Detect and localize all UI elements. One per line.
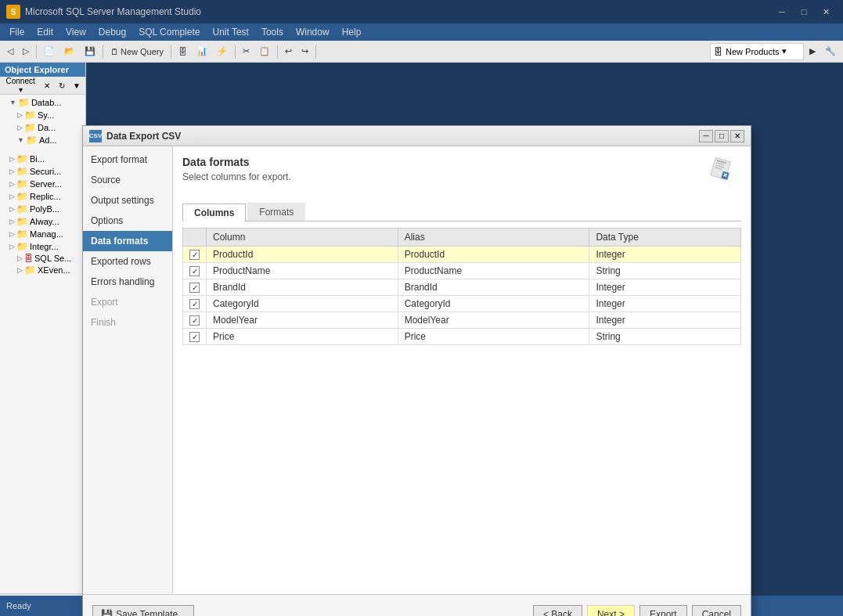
toolbar-forward-btn[interactable]: ▷ [19,43,33,60]
close-button[interactable]: ✕ [815,4,837,20]
oe-connect-btn[interactable]: Connect ▾ [2,78,39,92]
menu-edit[interactable]: Edit [31,25,59,39]
wizard-nav-errors-handling[interactable]: Errors handling [83,272,172,292]
toolbar-redo-btn[interactable]: ↪ [297,43,312,60]
dropdown-arrow-icon: ▾ [782,46,787,56]
row-checkbox-cell[interactable] [183,279,207,296]
table-row[interactable]: Price Price String [183,329,741,345]
oe-item-ad[interactable]: ▼ 📁 Ad... [2,134,84,146]
row-checkbox-cell[interactable] [183,247,207,263]
menu-debug[interactable]: Debug [92,25,132,39]
row-checkbox[interactable] [189,299,200,309]
row-checkbox-cell[interactable] [183,263,207,279]
row-checkbox[interactable] [189,315,200,326]
wizard-nav-source[interactable]: Source [83,170,172,190]
oe-item-bi[interactable]: ▷ 📁 Bi... [2,153,84,165]
oe-item-manag[interactable]: ▷ 📁 Manag... [2,228,84,240]
wizard-nav-output-settings[interactable]: Output settings [83,190,172,211]
db-dropdown[interactable]: 🗄 New Products ▾ [710,43,804,60]
row-checkbox-cell[interactable] [183,312,207,329]
table-row[interactable]: CategoryId CategoryId Integer [183,296,741,312]
footer-right: < Back Next > Export Cancel [533,605,741,617]
oe-item-databases[interactable]: ▼ 📁 Datab... [2,96,84,109]
oe-disconnect-btn[interactable]: ✕ [40,78,54,92]
row-checkbox[interactable] [189,250,200,260]
oe-item-da[interactable]: ▷ 📁 Da... [2,121,84,134]
oe-item-server[interactable]: ▷ 📁 Server... [2,178,84,190]
wizard-nav-options[interactable]: Options [83,211,172,231]
wizard-nav-data-formats[interactable]: Data formats [83,231,172,251]
oe-item-replic[interactable]: ▷ 📁 Replic... [2,190,84,203]
export-button[interactable]: Export [639,605,687,617]
columns-table: Column Alias Data Type ProductId Product… [182,228,741,345]
toolbar-open-btn[interactable]: 📂 [60,43,79,60]
dialog-minimize-btn[interactable]: ─ [699,130,713,142]
dialog-close-btn[interactable]: ✕ [730,130,744,142]
toolbar-cut-btn[interactable]: ✂ [239,43,254,60]
oe-item-security[interactable]: ▷ 📁 Securi... [2,165,84,178]
menu-sql-complete[interactable]: SQL Complete [132,25,206,39]
oe-item-polyb[interactable]: ▷ 📁 PolyB... [2,203,84,215]
table-row[interactable]: ProductId ProductId Integer [183,247,741,263]
oe-filter-btn[interactable]: ▼ [70,78,84,92]
toolbar-debug-btn[interactable]: 🔧 [821,43,840,60]
maximize-button[interactable]: □ [793,4,815,20]
table-header-column: Column [207,229,398,247]
menu-tools[interactable]: Tools [255,25,290,39]
row-checkbox[interactable] [189,266,200,276]
toolbar-undo-btn[interactable]: ↩ [281,43,296,60]
next-button[interactable]: Next > [587,605,635,617]
new-query-button[interactable]: 🗒 New Query [106,43,168,60]
oe-refresh-btn[interactable]: ↻ [55,78,69,92]
tab-columns[interactable]: Columns [182,204,246,222]
oe-item-system[interactable]: ▷ 📁 Sy... [2,109,84,121]
app-title: Microsoft SQL Server Management Studio [25,6,201,17]
row-alias: ProductName [398,263,589,279]
wizard-nav-export-format[interactable]: Export format [83,149,172,170]
menu-file[interactable]: File [3,25,31,39]
wizard-nav-export: Export [83,292,172,312]
toolbar-save-btn[interactable]: 💾 [81,43,99,60]
toolbar-execute-btn[interactable]: ▶ [805,43,820,60]
oe-item-sqlse[interactable]: ▷ 🗄 SQL Se... [2,253,84,264]
db-icon: 🗄 [24,254,33,263]
row-column-name: BrandId [207,279,398,296]
toolbar-db-btn[interactable]: 🗄 [175,43,191,60]
toolbar-query-btn[interactable]: ⚡ [213,43,232,60]
dialog-footer: 💾 Save Template... < Back Next > Export … [83,594,751,616]
toolbar-file-btn[interactable]: 📄 [40,43,59,60]
table-row[interactable]: ModelYear ModelYear Integer [183,312,741,329]
menu-unit-test[interactable]: Unit Test [206,25,254,39]
toolbar-table-btn[interactable]: 📊 [193,43,211,60]
table-row[interactable]: ProductName ProductName String [183,263,741,279]
folder-icon: 📁 [16,204,28,214]
table-row[interactable]: BrandId BrandId Integer [183,279,741,296]
dialog-maximize-btn[interactable]: □ [715,130,729,142]
row-checkbox[interactable] [189,283,200,293]
back-button[interactable]: < Back [533,605,582,617]
menu-view[interactable]: View [59,25,92,39]
title-bar: S Microsoft SQL Server Management Studio… [0,0,843,23]
oe-item-integr[interactable]: ▷ 📁 Integr... [2,240,84,253]
row-checkbox-cell[interactable] [183,329,207,345]
row-column-name: ProductName [207,263,398,279]
row-checkbox[interactable] [189,332,200,342]
toolbar-back-btn[interactable]: ◁ [3,43,17,60]
menu-help[interactable]: Help [336,25,368,39]
row-datatype: String [589,329,741,345]
wizard-nav-exported-rows[interactable]: Exported rows [83,251,172,272]
dialog-titlebar: CSV Data Export CSV ─ □ ✕ [83,126,751,146]
save-template-button[interactable]: 💾 Save Template... [92,605,194,617]
menu-window[interactable]: Window [290,25,336,39]
oe-horizontal-scroll[interactable] [0,593,85,596]
minimize-button[interactable]: ─ [771,4,793,20]
oe-item-xeven[interactable]: ▷ 📁 XEven... [2,264,84,276]
toolbar-copy-btn[interactable]: 📋 [255,43,274,60]
cancel-button[interactable]: Cancel [692,605,741,617]
tab-formats[interactable]: Formats [247,203,305,221]
folder-icon: 📁 [16,241,28,252]
row-datatype: String [589,263,741,279]
expand-icon: ▷ [17,124,23,131]
oe-item-alway[interactable]: ▷ 📁 Alway... [2,215,84,228]
row-checkbox-cell[interactable] [183,296,207,312]
